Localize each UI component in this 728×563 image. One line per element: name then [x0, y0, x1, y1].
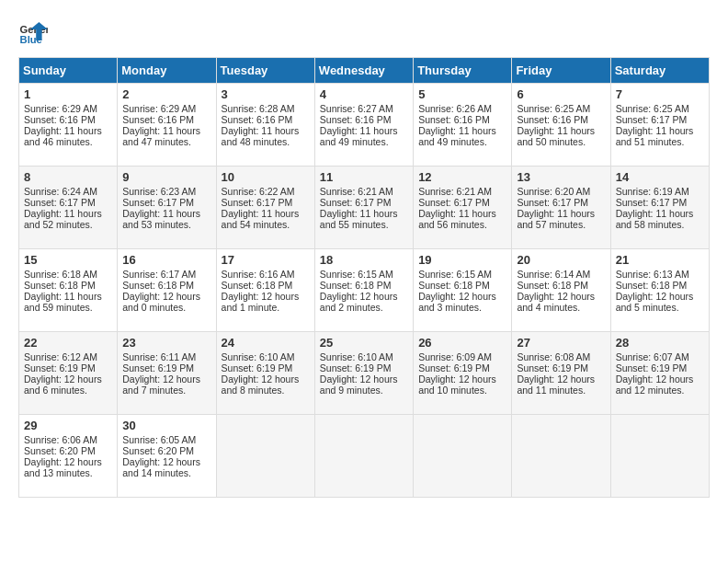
sunset-label: Sunset: 6:17 PM — [222, 197, 293, 208]
sunset-label: Sunset: 6:16 PM — [222, 114, 293, 125]
calendar-cell: 4Sunrise: 6:27 AMSunset: 6:16 PMDaylight… — [314, 84, 413, 167]
day-number: 15 — [24, 253, 112, 267]
sunrise-label: Sunrise: 6:16 AM — [222, 269, 295, 280]
calendar-cell: 15Sunrise: 6:18 AMSunset: 6:18 PMDayligh… — [19, 249, 118, 332]
calendar-cell — [414, 415, 512, 498]
calendar-cell: 1Sunrise: 6:29 AMSunset: 6:16 PMDaylight… — [19, 84, 118, 167]
sunset-label: Sunset: 6:19 PM — [517, 362, 588, 373]
calendar-cell: 5Sunrise: 6:26 AMSunset: 6:16 PMDaylight… — [414, 84, 512, 167]
sunrise-label: Sunrise: 6:15 AM — [320, 269, 393, 280]
sunset-label: Sunset: 6:18 PM — [222, 280, 293, 291]
sunrise-label: Sunrise: 6:18 AM — [24, 269, 97, 280]
sunset-label: Sunset: 6:17 PM — [616, 114, 688, 125]
daylight-label: Daylight: 12 hours and 9 minutes. — [320, 373, 398, 396]
daylight-label: Daylight: 12 hours and 6 minutes. — [24, 373, 102, 396]
day-number: 21 — [616, 253, 704, 267]
sunset-label: Sunset: 6:17 PM — [517, 197, 588, 208]
day-number: 2 — [122, 87, 210, 101]
sunrise-label: Sunrise: 6:17 AM — [122, 269, 196, 280]
daylight-label: Daylight: 11 hours and 49 minutes. — [320, 125, 398, 147]
day-number: 11 — [320, 170, 408, 184]
calendar-cell: 29Sunrise: 6:06 AMSunset: 6:20 PMDayligh… — [19, 415, 118, 498]
day-number: 4 — [320, 87, 408, 101]
sunset-label: Sunset: 6:20 PM — [24, 445, 96, 456]
day-number: 12 — [418, 170, 506, 184]
daylight-label: Daylight: 12 hours and 10 minutes. — [418, 373, 496, 396]
calendar-cell: 13Sunrise: 6:20 AMSunset: 6:17 PMDayligh… — [512, 167, 610, 249]
daylight-label: Daylight: 12 hours and 11 minutes. — [517, 373, 595, 396]
sunrise-label: Sunrise: 6:22 AM — [222, 186, 295, 197]
sunrise-label: Sunrise: 6:29 AM — [122, 103, 196, 114]
logo: General Blue — [18, 18, 48, 48]
sunset-label: Sunset: 6:17 PM — [418, 197, 490, 208]
calendar-table: SundayMondayTuesdayWednesdayThursdayFrid… — [18, 57, 710, 498]
calendar-cell: 7Sunrise: 6:25 AMSunset: 6:17 PMDaylight… — [610, 84, 709, 167]
daylight-label: Daylight: 11 hours and 47 minutes. — [122, 125, 200, 147]
daylight-label: Daylight: 12 hours and 8 minutes. — [222, 373, 300, 396]
daylight-label: Daylight: 11 hours and 55 minutes. — [320, 208, 398, 230]
day-number: 17 — [222, 253, 310, 267]
daylight-label: Daylight: 12 hours and 1 minute. — [222, 291, 300, 313]
day-number: 25 — [320, 336, 408, 350]
calendar-cell: 8Sunrise: 6:24 AMSunset: 6:17 PMDaylight… — [19, 167, 118, 249]
sunset-label: Sunset: 6:19 PM — [616, 362, 688, 373]
sunset-label: Sunset: 6:20 PM — [122, 445, 194, 456]
calendar-cell: 26Sunrise: 6:09 AMSunset: 6:19 PMDayligh… — [414, 332, 512, 415]
sunset-label: Sunset: 6:18 PM — [320, 280, 392, 291]
header-wednesday: Wednesday — [314, 58, 413, 84]
calendar-week-3: 15Sunrise: 6:18 AMSunset: 6:18 PMDayligh… — [19, 249, 710, 332]
sunset-label: Sunset: 6:16 PM — [320, 114, 392, 125]
calendar-cell: 17Sunrise: 6:16 AMSunset: 6:18 PMDayligh… — [216, 249, 314, 332]
daylight-label: Daylight: 11 hours and 52 minutes. — [24, 208, 102, 230]
daylight-label: Daylight: 12 hours and 4 minutes. — [517, 291, 595, 313]
day-number: 23 — [122, 336, 210, 350]
sunset-label: Sunset: 6:16 PM — [517, 114, 588, 125]
sunset-label: Sunset: 6:17 PM — [24, 197, 96, 208]
sunset-label: Sunset: 6:19 PM — [418, 362, 490, 373]
day-number: 20 — [517, 253, 605, 267]
sunset-label: Sunset: 6:16 PM — [418, 114, 490, 125]
day-number: 9 — [122, 170, 210, 184]
sunset-label: Sunset: 6:17 PM — [320, 197, 392, 208]
daylight-label: Daylight: 11 hours and 58 minutes. — [616, 208, 694, 230]
calendar-cell: 19Sunrise: 6:15 AMSunset: 6:18 PMDayligh… — [414, 249, 512, 332]
calendar-cell: 20Sunrise: 6:14 AMSunset: 6:18 PMDayligh… — [512, 249, 610, 332]
calendar-cell: 2Sunrise: 6:29 AMSunset: 6:16 PMDaylight… — [118, 84, 216, 167]
calendar-cell: 21Sunrise: 6:13 AMSunset: 6:18 PMDayligh… — [610, 249, 709, 332]
day-number: 5 — [418, 87, 506, 101]
sunrise-label: Sunrise: 6:15 AM — [418, 269, 492, 280]
day-number: 19 — [418, 253, 506, 267]
calendar-header-row: SundayMondayTuesdayWednesdayThursdayFrid… — [19, 58, 710, 84]
sunset-label: Sunset: 6:16 PM — [122, 114, 194, 125]
daylight-label: Daylight: 12 hours and 2 minutes. — [320, 291, 398, 313]
calendar-cell: 9Sunrise: 6:23 AMSunset: 6:17 PMDaylight… — [118, 167, 216, 249]
day-number: 22 — [24, 336, 112, 350]
sunrise-label: Sunrise: 6:26 AM — [418, 103, 492, 114]
calendar-cell: 22Sunrise: 6:12 AMSunset: 6:19 PMDayligh… — [19, 332, 118, 415]
calendar-week-4: 22Sunrise: 6:12 AMSunset: 6:19 PMDayligh… — [19, 332, 710, 415]
sunrise-label: Sunrise: 6:13 AM — [616, 269, 689, 280]
daylight-label: Daylight: 11 hours and 53 minutes. — [122, 208, 200, 230]
day-number: 18 — [320, 253, 408, 267]
daylight-label: Daylight: 11 hours and 51 minutes. — [616, 125, 694, 147]
logo-icon: General Blue — [18, 18, 48, 48]
calendar-cell — [610, 415, 709, 498]
daylight-label: Daylight: 12 hours and 14 minutes. — [122, 456, 200, 478]
daylight-label: Daylight: 12 hours and 5 minutes. — [616, 291, 694, 313]
sunset-label: Sunset: 6:19 PM — [222, 362, 293, 373]
day-number: 8 — [24, 170, 112, 184]
sunrise-label: Sunrise: 6:20 AM — [517, 186, 590, 197]
day-number: 29 — [24, 419, 112, 432]
sunrise-label: Sunrise: 6:14 AM — [517, 269, 590, 280]
sunrise-label: Sunrise: 6:10 AM — [320, 351, 393, 362]
calendar-week-1: 1Sunrise: 6:29 AMSunset: 6:16 PMDaylight… — [19, 84, 710, 167]
header-friday: Friday — [512, 58, 610, 84]
day-number: 16 — [122, 253, 210, 267]
calendar-cell: 30Sunrise: 6:05 AMSunset: 6:20 PMDayligh… — [118, 415, 216, 498]
calendar-week-5: 29Sunrise: 6:06 AMSunset: 6:20 PMDayligh… — [19, 415, 710, 498]
sunset-label: Sunset: 6:18 PM — [122, 280, 194, 291]
calendar-cell — [512, 415, 610, 498]
sunrise-label: Sunrise: 6:27 AM — [320, 103, 393, 114]
sunset-label: Sunset: 6:19 PM — [24, 362, 96, 373]
sunrise-label: Sunrise: 6:11 AM — [122, 351, 196, 362]
